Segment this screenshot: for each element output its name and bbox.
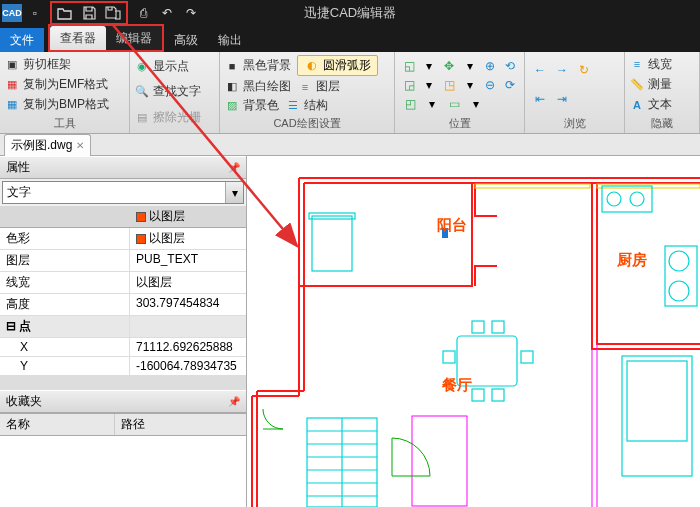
prop-row-y[interactable]: Y-160064.78934735 bbox=[0, 357, 246, 376]
show-points[interactable]: ◉显示点 bbox=[134, 58, 215, 75]
i7[interactable]: ◲ bbox=[401, 77, 417, 93]
dropdown-buttons: ▾ bbox=[225, 182, 243, 203]
svg-rect-19 bbox=[627, 361, 687, 441]
saveas-icon[interactable] bbox=[104, 4, 122, 22]
find-text[interactable]: 🔍查找文字 bbox=[134, 83, 215, 100]
file-menu[interactable]: 文件 bbox=[0, 28, 44, 52]
drawing-area[interactable]: 阳台 厨房 餐厅 bbox=[247, 156, 700, 507]
properties-grid: 以图层 色彩以图层 图层PUB_TEXT 线宽以图层 高度303.7974548… bbox=[0, 206, 246, 376]
tab-viewer[interactable]: 查看器 bbox=[50, 26, 106, 50]
head-val: 以图层 bbox=[130, 206, 191, 227]
i6[interactable]: ⟲ bbox=[502, 58, 518, 74]
col-path[interactable]: 路径 bbox=[115, 414, 151, 435]
document-tab[interactable]: 示例图.dwg ✕ bbox=[4, 134, 91, 156]
text-icon: A bbox=[629, 97, 645, 113]
floorplan-svg bbox=[247, 156, 700, 507]
tab-output[interactable]: 输出 bbox=[208, 28, 252, 52]
i4[interactable]: ▾ bbox=[462, 58, 478, 74]
favorites-body bbox=[0, 436, 246, 507]
tab-editor[interactable]: 编辑器 bbox=[106, 26, 162, 50]
save-icon[interactable] bbox=[80, 4, 98, 22]
pos-row2: ◲▾◳▾⊖⟳ bbox=[401, 77, 518, 93]
i5[interactable]: ⊕ bbox=[482, 58, 498, 74]
lineweight[interactable]: ≡线宽 bbox=[629, 56, 695, 73]
b3[interactable]: ↻ bbox=[575, 62, 593, 78]
black-bg[interactable]: ■黑色背景 bbox=[224, 57, 291, 74]
svg-point-9 bbox=[669, 281, 689, 301]
group-label: 隐藏 bbox=[629, 115, 695, 131]
app-logo: CAD bbox=[2, 4, 22, 22]
redo-icon[interactable]: ↷ bbox=[182, 4, 200, 22]
prop-row-layer[interactable]: 图层PUB_TEXT bbox=[0, 250, 246, 272]
br-row2: ⇤⇥ bbox=[531, 91, 618, 107]
tab-bar: 文件 查看器 编辑器 高级 输出 bbox=[0, 26, 700, 52]
pos-row3: ◰▾▭▾ bbox=[401, 96, 518, 112]
group-label: CAD绘图设置 bbox=[224, 115, 390, 131]
b5[interactable]: ⇥ bbox=[553, 91, 571, 107]
prop-row-x[interactable]: X71112.692625888 bbox=[0, 338, 246, 357]
ribbon-group-hide: ≡线宽 📏测量 A文本 隐藏 bbox=[625, 52, 700, 133]
close-icon[interactable]: ✕ bbox=[76, 140, 84, 151]
measure[interactable]: 📏测量 bbox=[629, 76, 695, 93]
b2[interactable]: → bbox=[553, 62, 571, 78]
layers[interactable]: ≡图层 bbox=[297, 78, 340, 95]
crop-frame[interactable]: ▣剪切框架 bbox=[4, 56, 125, 73]
copy-emf[interactable]: ▦复制为EMF格式 bbox=[4, 76, 125, 93]
i2[interactable]: ▾ bbox=[421, 58, 437, 74]
i3[interactable]: ✥ bbox=[441, 58, 457, 74]
ribbon-group-browse: ←→↻ ⇤⇥ 浏览 bbox=[525, 52, 625, 133]
i15[interactable]: ▭ bbox=[445, 96, 463, 112]
i1[interactable]: ◱ bbox=[401, 58, 417, 74]
svg-rect-18 bbox=[622, 356, 692, 476]
chevron-down-icon[interactable]: ▾ bbox=[225, 182, 243, 203]
title-bar: CAD ▫ ⎙ ↶ ↷ 迅捷CAD编辑器 bbox=[0, 0, 700, 26]
properties-title: 属性 📌 bbox=[0, 156, 246, 179]
prop-row-height[interactable]: 高度303.797454834 bbox=[0, 294, 246, 316]
i12[interactable]: ⟳ bbox=[502, 77, 518, 93]
prop-row-color[interactable]: 色彩以图层 bbox=[0, 228, 246, 250]
group-label: 位置 bbox=[399, 115, 520, 131]
tab-advanced[interactable]: 高级 bbox=[164, 28, 208, 52]
print-icon[interactable]: ⎙ bbox=[134, 4, 152, 22]
copy-bmp[interactable]: ▦复制为BMP格式 bbox=[4, 96, 125, 113]
smooth-arc[interactable]: ◐圆滑弧形 bbox=[297, 55, 378, 76]
pin-icon[interactable]: 📌 bbox=[228, 396, 240, 407]
highlight-box-qat bbox=[50, 1, 128, 25]
i13[interactable]: ◰ bbox=[401, 96, 419, 112]
left-panels: 属性 📌 文字 ▾ 以图层 色彩以图层 图层PUB_TEXT 线宽以图层 高度3… bbox=[0, 156, 247, 507]
i9[interactable]: ◳ bbox=[441, 77, 457, 93]
dropdown-value: 文字 bbox=[3, 182, 225, 203]
pin-icon[interactable]: 📌 bbox=[228, 162, 240, 173]
erase-raster: ▤擦除光栅 bbox=[134, 109, 215, 126]
i8[interactable]: ▾ bbox=[421, 77, 437, 93]
i11[interactable]: ⊖ bbox=[482, 77, 498, 93]
col-name[interactable]: 名称 bbox=[0, 414, 115, 435]
i10[interactable]: ▾ bbox=[462, 77, 478, 93]
structure[interactable]: ☰结构 bbox=[285, 97, 328, 114]
open-icon[interactable] bbox=[56, 4, 74, 22]
prop-category-point[interactable]: ⊟ 点 bbox=[0, 316, 246, 338]
ribbon: ▣剪切框架 ▦复制为EMF格式 ▦复制为BMP格式 工具 ◉显示点 🔍查找文字 … bbox=[0, 52, 700, 134]
label-yangtai: 阳台 bbox=[437, 216, 467, 235]
i14[interactable]: ▾ bbox=[423, 96, 441, 112]
ribbon-group-cad-settings: ■黑色背景 ◐圆滑弧形 ◧黑白绘图 ≡图层 ▨背景色 ☰结构 CAD绘图设置 bbox=[220, 52, 395, 133]
b4[interactable]: ⇤ bbox=[531, 91, 549, 107]
prop-row-lineweight[interactable]: 线宽以图层 bbox=[0, 272, 246, 294]
b1[interactable]: ← bbox=[531, 62, 549, 78]
svg-point-6 bbox=[630, 192, 644, 206]
undo-icon[interactable]: ↶ bbox=[158, 4, 176, 22]
i16[interactable]: ▾ bbox=[467, 96, 485, 112]
text[interactable]: A文本 bbox=[629, 96, 695, 113]
group-label: 浏览 bbox=[529, 115, 620, 131]
bw-draw[interactable]: ◧黑白绘图 bbox=[224, 78, 291, 95]
object-type-dropdown[interactable]: 文字 ▾ bbox=[2, 181, 244, 204]
quick-access-toolbar: ▫ ⎙ ↶ ↷ bbox=[26, 1, 200, 25]
emf-icon: ▦ bbox=[4, 76, 20, 92]
splitter[interactable] bbox=[0, 376, 246, 390]
label-chufang: 厨房 bbox=[617, 251, 647, 270]
bg-color[interactable]: ▨背景色 bbox=[224, 97, 279, 114]
svg-rect-20 bbox=[412, 416, 467, 506]
svg-rect-16 bbox=[521, 351, 533, 363]
new-icon[interactable]: ▫ bbox=[26, 4, 44, 22]
group-label: 工具 bbox=[4, 115, 125, 131]
